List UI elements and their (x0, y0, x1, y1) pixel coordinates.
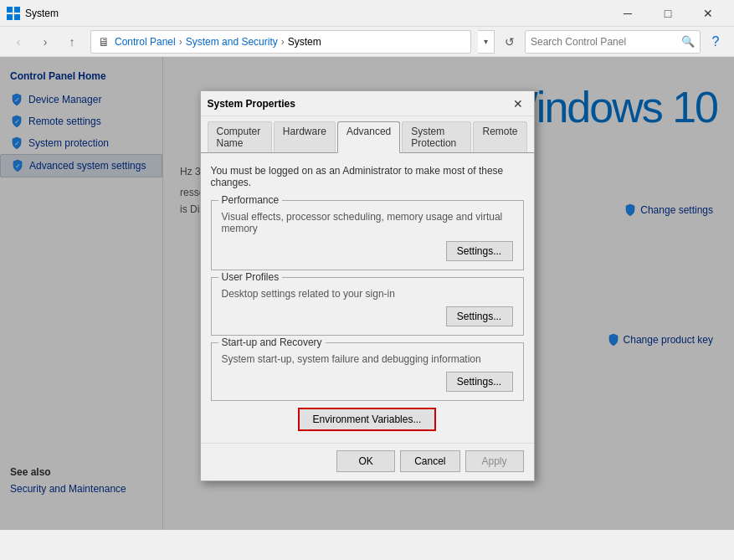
breadcrumb-sep-1: › (179, 36, 182, 48)
performance-section-desc: Visual effects, processor scheduling, me… (222, 211, 513, 234)
minimize-button[interactable]: ─ (608, 0, 647, 27)
dialog-title: System Properties (208, 98, 509, 110)
window-title: System (25, 8, 608, 19)
breadcrumb-dropdown[interactable]: ▾ (478, 30, 495, 54)
breadcrumb-system-security[interactable]: System and Security (186, 36, 278, 48)
startup-recovery-settings-button[interactable]: Settings... (446, 372, 513, 392)
tab-advanced[interactable]: Advanced (337, 121, 400, 153)
tab-computer-name[interactable]: Computer Name (208, 121, 272, 152)
breadcrumb: Control Panel › System and Security › Sy… (115, 36, 321, 48)
help-button[interactable]: ? (704, 30, 727, 54)
performance-settings-button[interactable]: Settings... (446, 241, 513, 261)
dialog-close-button[interactable]: ✕ (509, 95, 527, 113)
user-profiles-section-desc: Desktop settings related to your sign-in (222, 288, 513, 300)
maximize-button[interactable]: □ (649, 0, 687, 27)
startup-recovery-section-label: Start-up and Recovery (218, 337, 326, 348)
environment-variables-button[interactable]: Environment Variables... (298, 408, 437, 431)
up-button[interactable]: ↑ (60, 30, 84, 54)
dialog-tabs: Computer Name Hardware Advanced System P… (201, 116, 534, 153)
svg-rect-3 (14, 14, 20, 20)
cancel-button[interactable]: Cancel (400, 450, 459, 472)
svg-rect-0 (7, 7, 13, 13)
window-icon (7, 7, 20, 20)
admin-warning: You must be logged on as an Administrato… (211, 163, 524, 190)
window-controls: ─ □ ✕ (608, 0, 727, 27)
performance-section: Performance Visual effects, processor sc… (211, 200, 524, 270)
breadcrumb-bar: 🖥 Control Panel › System and Security › … (90, 30, 471, 54)
dialog-body: You must be logged on as an Administrato… (201, 153, 534, 443)
folder-icon: 🖥 (98, 35, 110, 49)
navigation-bar: ‹ › ↑ 🖥 Control Panel › System and Secur… (0, 27, 734, 57)
refresh-button[interactable]: ↺ (498, 30, 521, 54)
apply-button[interactable]: Apply (465, 450, 524, 472)
performance-section-label: Performance (218, 194, 283, 206)
tab-remote[interactable]: Remote (473, 121, 526, 152)
main-content: Control Panel Home ✓ Device Manager ✓ Re… (0, 57, 734, 530)
title-bar: System ─ □ ✕ (0, 0, 734, 27)
close-button[interactable]: ✕ (689, 0, 727, 27)
system-properties-dialog: System Properties ✕ Computer Name Hardwa… (200, 90, 535, 481)
back-button[interactable]: ‹ (7, 30, 30, 54)
tab-hardware[interactable]: Hardware (274, 121, 336, 152)
startup-recovery-section: Start-up and Recovery System start-up, s… (211, 342, 524, 401)
forward-button[interactable]: › (33, 30, 57, 54)
user-profiles-section-label: User Profiles (218, 271, 283, 283)
svg-rect-2 (7, 14, 13, 20)
search-icon: 🔍 (681, 35, 695, 48)
svg-rect-1 (14, 7, 20, 13)
modal-overlay: System Properties ✕ Computer Name Hardwa… (0, 57, 734, 530)
breadcrumb-control-panel[interactable]: Control Panel (115, 36, 176, 48)
startup-recovery-section-desc: System start-up, system failure and debu… (222, 353, 513, 365)
user-profiles-settings-button[interactable]: Settings... (446, 306, 513, 326)
breadcrumb-system: System (288, 36, 321, 48)
user-profiles-section: User Profiles Desktop settings related t… (211, 277, 524, 336)
search-input[interactable] (531, 36, 681, 48)
tab-system-protection[interactable]: System Protection (402, 121, 471, 152)
breadcrumb-sep-2: › (281, 36, 285, 48)
ok-button[interactable]: OK (336, 450, 395, 472)
dialog-title-bar: System Properties ✕ (201, 91, 534, 116)
search-box: 🔍 (525, 30, 701, 54)
dialog-footer: OK Cancel Apply (201, 443, 534, 480)
